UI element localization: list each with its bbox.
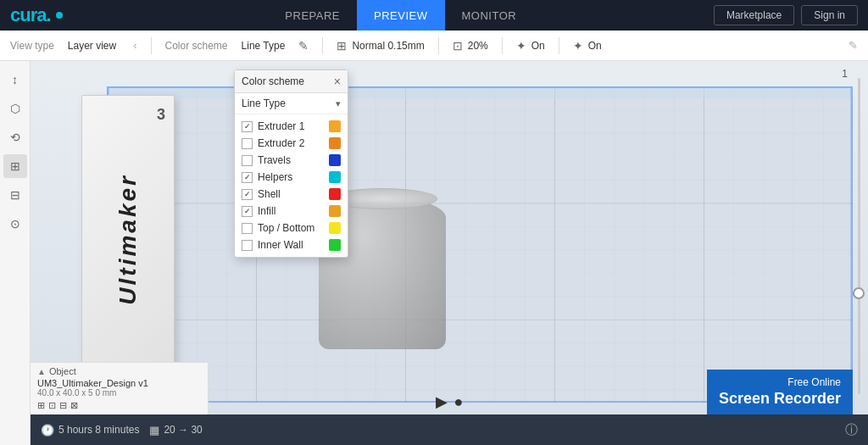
watermark-main-text: Screen Recorder <box>719 390 841 408</box>
checkbox-4[interactable]: ✓ <box>242 189 253 200</box>
checkbox-6[interactable] <box>242 223 253 234</box>
object-section-label: Object <box>49 366 76 376</box>
marketplace-button[interactable]: Marketplace <box>714 5 794 25</box>
left-sidebar: ↕ ⬡ ⟲ ⊞ ⊟ ⊙ <box>0 61 31 445</box>
svg-rect-2 <box>107 86 853 403</box>
item-label-3: Helpers <box>258 171 324 183</box>
color-scheme-items: ✓Extruder 1Extruder 2Travels✓Helpers✓She… <box>235 114 348 257</box>
popup-title: Color scheme <box>242 75 304 87</box>
fan-icon: ✦ <box>516 39 526 53</box>
watermark: Free Online Screen Recorder <box>707 370 853 414</box>
info-icon: ⓘ <box>845 422 858 437</box>
fan-value: On <box>531 40 545 52</box>
item-color-4 <box>329 188 341 200</box>
support-icon: ✦ <box>573 39 583 53</box>
toolbar-separator <box>151 37 152 54</box>
ultimaker-box: Ultimaker 3 <box>81 95 175 383</box>
bar-value: 20 → 30 <box>164 424 202 436</box>
signin-button[interactable]: Sign in <box>801 5 858 25</box>
toolbar-separator-2 <box>322 37 323 54</box>
bar-status: ▦ 20 → 30 <box>149 424 202 437</box>
support-value: On <box>588 40 602 52</box>
color-scheme-item-0[interactable]: ✓Extruder 1 <box>235 118 348 135</box>
ultimaker-label: Ultimaker <box>114 174 142 305</box>
color-scheme-item-4[interactable]: ✓Shell <box>235 186 348 203</box>
view-type-value: Layer view <box>68 40 116 52</box>
nav-right: Marketplace Sign in <box>714 5 858 25</box>
color-scheme-item-2[interactable]: Travels <box>235 152 348 169</box>
obj-action-2[interactable]: ⊡ <box>48 400 56 411</box>
slider-thumb[interactable] <box>853 287 865 299</box>
sidebar-icon-select[interactable]: ⊞ <box>3 154 27 178</box>
dropdown-value: Line Type <box>242 97 286 109</box>
color-scheme-item-6[interactable]: Top / Bottom <box>235 220 348 236</box>
checkbox-2[interactable] <box>242 155 253 166</box>
dropdown-arrow-icon: ▾ <box>336 98 341 109</box>
checkbox-0[interactable]: ✓ <box>242 121 253 132</box>
ultimaker-number: 3 <box>157 106 165 124</box>
play-button[interactable]: ▶ <box>436 392 448 411</box>
sidebar-icon-scale[interactable]: ⬡ <box>3 97 27 120</box>
color-scheme-item-1[interactable]: Extruder 2 <box>235 135 348 152</box>
object-panel: ▲ Object UM3_Ultimaker_Design v1 40.0 x … <box>31 362 209 414</box>
sidebar-icon-rotate[interactable]: ⟲ <box>3 125 27 149</box>
status-bar: 🕐 5 hours 8 minutes ▦ 20 → 30 ⓘ <box>31 414 868 445</box>
item-color-0 <box>329 120 341 132</box>
time-icon: 🕐 <box>41 424 54 437</box>
checkbox-5[interactable]: ✓ <box>242 206 253 217</box>
object-actions: ⊞ ⊡ ⊟ ⊠ <box>37 400 201 411</box>
logo-dot <box>56 12 63 19</box>
secondary-toolbar: View type Layer view ‹ Color scheme Line… <box>0 31 868 61</box>
obj-action-4[interactable]: ⊠ <box>70 400 78 411</box>
nav-links: PREPARE PREVIEW MONITOR <box>88 0 714 31</box>
checkbox-3[interactable]: ✓ <box>242 172 253 183</box>
nav-prepare[interactable]: PREPARE <box>268 0 357 31</box>
grid-background <box>107 86 853 403</box>
sidebar-icon-settings[interactable]: ⊙ <box>3 212 27 236</box>
toolbar-edit-icon[interactable]: ✎ <box>849 39 858 52</box>
view-type-arrow[interactable]: ‹ <box>133 39 136 52</box>
checkbox-1[interactable] <box>242 138 253 149</box>
top-nav: cura. PREPARE PREVIEW MONITOR Marketplac… <box>0 0 868 31</box>
view-type-label: View type <box>10 40 54 52</box>
item-label-5: Infill <box>258 205 324 217</box>
color-scheme-popup: Color scheme × Line Type ▾ ✓Extruder 1Ex… <box>234 70 348 258</box>
zoom-icon: ⊡ <box>453 39 463 53</box>
color-scheme-item-3[interactable]: ✓Helpers <box>235 169 348 186</box>
nav-preview[interactable]: PREVIEW <box>357 0 444 31</box>
obj-action-1[interactable]: ⊞ <box>37 400 45 411</box>
nav-monitor[interactable]: MONITOR <box>445 0 534 31</box>
fan-group: ✦ On <box>516 39 545 53</box>
status-info-icon[interactable]: ⓘ <box>845 422 858 438</box>
item-color-6 <box>329 222 341 234</box>
dot-button[interactable]: ● <box>454 393 464 411</box>
obj-action-3[interactable]: ⊟ <box>59 400 67 411</box>
item-color-1 <box>329 137 341 149</box>
time-value: 5 hours 8 minutes <box>58 424 139 436</box>
checkbox-7[interactable] <box>242 240 253 251</box>
time-status: 🕐 5 hours 8 minutes <box>41 424 139 437</box>
item-label-0: Extruder 1 <box>258 120 324 132</box>
layer-slider[interactable] <box>853 78 865 394</box>
profile-icon: ⊞ <box>337 39 347 53</box>
color-scheme-item-7[interactable]: Inner Wall <box>235 236 348 253</box>
color-scheme-dropdown[interactable]: Line Type ▾ <box>235 93 348 114</box>
item-label-7: Inner Wall <box>258 239 324 251</box>
item-color-7 <box>329 239 341 251</box>
sidebar-icon-support[interactable]: ⊟ <box>3 183 27 207</box>
toolbar-separator-3 <box>438 37 439 54</box>
zoom-group: ⊡ 20% <box>453 39 488 53</box>
color-scheme-item-5[interactable]: ✓Infill <box>235 203 348 220</box>
toolbar-separator-5 <box>559 37 559 54</box>
popup-close-button[interactable]: × <box>334 75 341 87</box>
object-header: ▲ Object <box>37 366 201 376</box>
bottom-controls: ▶ ● <box>436 392 464 411</box>
sidebar-icon-move[interactable]: ↕ <box>3 68 27 92</box>
item-label-2: Travels <box>258 154 324 166</box>
collapse-icon[interactable]: ▲ <box>37 367 46 376</box>
popup-header: Color scheme × <box>235 70 348 93</box>
bar-icon: ▦ <box>149 424 159 437</box>
edit-color-scheme-icon[interactable]: ✎ <box>298 39 309 53</box>
zoom-value: 20% <box>468 40 488 52</box>
toolbar-separator-4 <box>502 37 503 54</box>
